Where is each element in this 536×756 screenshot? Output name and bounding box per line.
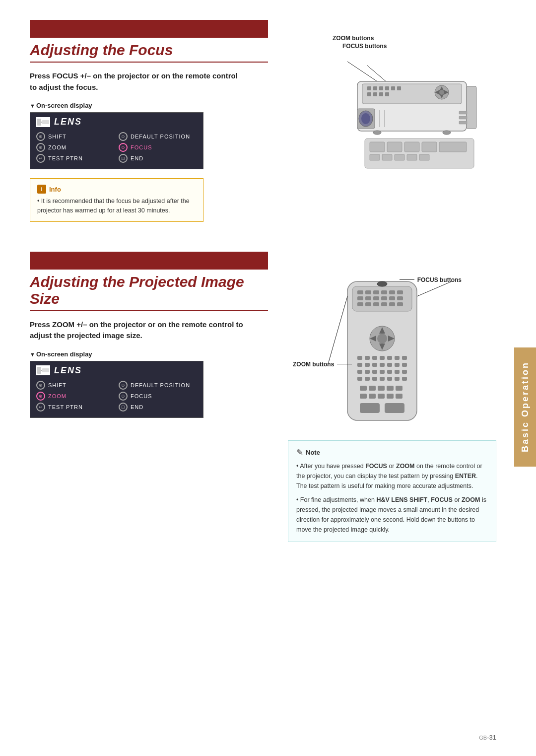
menu-shift-2: ⊕ SHIFT bbox=[36, 381, 115, 390]
focus-icon-2: ⊙ bbox=[119, 392, 128, 401]
svg-rect-116 bbox=[385, 403, 404, 413]
svg-rect-101 bbox=[380, 377, 385, 381]
svg-rect-40 bbox=[422, 142, 437, 152]
note-bullet-2: • For fine adjustments, when H&V LENS SH… bbox=[296, 495, 488, 535]
menu-focus-1: ⊙ FOCUS bbox=[119, 143, 197, 152]
projector-labels: ZOOM buttons FOCUS buttons bbox=[288, 35, 496, 50]
lens-header-2: LENS bbox=[36, 365, 197, 376]
zoom-icon-2: ⊕ bbox=[36, 392, 45, 401]
svg-rect-43 bbox=[382, 154, 392, 160]
lens-box-2: LENS ⊕ SHIFT ⊙ DEFAULT POSITION ⊕ bbox=[30, 361, 203, 418]
testptrn-icon-1: ↩ bbox=[36, 154, 45, 163]
menu-end-1: ⊡ END bbox=[119, 154, 197, 163]
svg-rect-61 bbox=[373, 296, 379, 300]
svg-rect-17 bbox=[385, 92, 389, 96]
remote-illustration bbox=[288, 267, 476, 425]
on-screen-label-1: On-screen display bbox=[30, 102, 268, 109]
svg-rect-91 bbox=[357, 370, 362, 374]
svg-rect-53 bbox=[357, 290, 363, 294]
menu-default-1: ⊙ DEFAULT POSITION bbox=[119, 132, 197, 141]
svg-rect-16 bbox=[379, 92, 383, 96]
title-bar-2 bbox=[30, 252, 268, 270]
svg-rect-8 bbox=[367, 86, 371, 90]
section2-layout: Adjusting the Projected Image Size Press… bbox=[30, 252, 506, 542]
focus-label-remote: FOCUS buttons bbox=[400, 276, 462, 283]
svg-rect-93 bbox=[372, 370, 377, 374]
note-title: ✎ Note bbox=[296, 448, 488, 457]
svg-rect-14 bbox=[367, 92, 371, 96]
svg-rect-44 bbox=[395, 154, 404, 160]
svg-rect-46 bbox=[419, 154, 429, 160]
section1-left: Adjusting the Focus Press FOCUS +/– on t… bbox=[30, 20, 268, 232]
section2-intro: Press ZOOM +/– on the projector or on th… bbox=[30, 319, 243, 342]
svg-rect-39 bbox=[404, 142, 419, 152]
svg-rect-64 bbox=[397, 296, 403, 300]
svg-rect-38 bbox=[387, 142, 402, 152]
svg-rect-110 bbox=[360, 394, 367, 399]
zoom-buttons-label: ZOOM buttons bbox=[333, 35, 496, 42]
note-box: ✎ Note • After you have pressed FOCUS or… bbox=[288, 440, 496, 542]
svg-rect-103 bbox=[395, 377, 400, 381]
testptrn-icon-2: ↩ bbox=[36, 403, 45, 412]
svg-rect-99 bbox=[365, 377, 370, 381]
menu-focus-2: ⊙ FOCUS bbox=[119, 392, 197, 401]
svg-rect-89 bbox=[395, 363, 400, 367]
svg-rect-15 bbox=[373, 92, 377, 96]
remote-area: FOCUS buttons ZOOM buttons bbox=[288, 267, 486, 435]
svg-rect-94 bbox=[380, 370, 385, 374]
svg-line-4 bbox=[347, 62, 377, 81]
svg-rect-9 bbox=[373, 86, 377, 90]
svg-rect-59 bbox=[357, 296, 363, 300]
svg-rect-114 bbox=[396, 394, 402, 399]
svg-point-23 bbox=[439, 90, 444, 95]
svg-rect-66 bbox=[365, 302, 371, 306]
intro-prefix-1: Press bbox=[30, 71, 52, 80]
svg-rect-100 bbox=[372, 377, 377, 381]
section1-right: ZOOM buttons FOCUS buttons bbox=[288, 20, 496, 232]
side-tab-text: Basic Operation bbox=[520, 361, 531, 452]
svg-rect-35 bbox=[459, 121, 467, 124]
info-text: • It is recommended that the focus be ad… bbox=[37, 197, 196, 215]
projector-illustration bbox=[288, 52, 486, 186]
svg-rect-92 bbox=[365, 370, 370, 374]
svg-rect-82 bbox=[395, 356, 400, 360]
end-icon-1: ⊡ bbox=[119, 154, 128, 163]
svg-rect-95 bbox=[387, 370, 392, 374]
svg-rect-65 bbox=[357, 302, 363, 306]
shift-icon-1: ⊕ bbox=[36, 132, 45, 141]
info-icon: i bbox=[37, 185, 46, 194]
svg-rect-109 bbox=[396, 386, 402, 391]
menu-zoom-2: ⊕ ZOOM bbox=[36, 392, 115, 401]
svg-rect-11 bbox=[385, 86, 389, 90]
svg-rect-87 bbox=[380, 363, 385, 367]
default-icon-2: ⊙ bbox=[119, 381, 128, 390]
svg-rect-57 bbox=[389, 290, 395, 294]
svg-rect-79 bbox=[372, 356, 377, 360]
svg-rect-113 bbox=[387, 394, 394, 399]
lens-title-1: LENS bbox=[54, 117, 82, 127]
lens-box-1: LENS ⊕ SHIFT ⊙ DEFAULT POSITION ⊕ ZOOM bbox=[30, 112, 203, 169]
svg-rect-107 bbox=[378, 386, 385, 391]
info-box: i Info • It is recommended that the focu… bbox=[30, 178, 203, 222]
svg-line-119 bbox=[417, 281, 452, 296]
svg-rect-90 bbox=[402, 363, 407, 367]
svg-rect-62 bbox=[381, 296, 387, 300]
end-icon-2: ⊡ bbox=[119, 403, 128, 412]
svg-rect-98 bbox=[357, 377, 362, 381]
svg-rect-45 bbox=[407, 154, 417, 160]
svg-line-118 bbox=[328, 296, 347, 366]
title-bar-1 bbox=[30, 20, 268, 38]
svg-rect-63 bbox=[389, 296, 395, 300]
svg-point-32 bbox=[443, 131, 451, 135]
svg-rect-34 bbox=[459, 116, 467, 119]
svg-rect-10 bbox=[379, 86, 383, 90]
intro-key-1: FOCUS bbox=[52, 71, 78, 80]
svg-rect-81 bbox=[387, 356, 392, 360]
lens-title-2: LENS bbox=[54, 365, 82, 376]
svg-rect-48 bbox=[37, 367, 41, 374]
svg-rect-104 bbox=[402, 377, 407, 381]
menu-shift-1: ⊕ SHIFT bbox=[36, 132, 115, 141]
svg-point-76 bbox=[377, 334, 387, 344]
svg-rect-80 bbox=[380, 356, 385, 360]
svg-rect-42 bbox=[370, 154, 380, 160]
